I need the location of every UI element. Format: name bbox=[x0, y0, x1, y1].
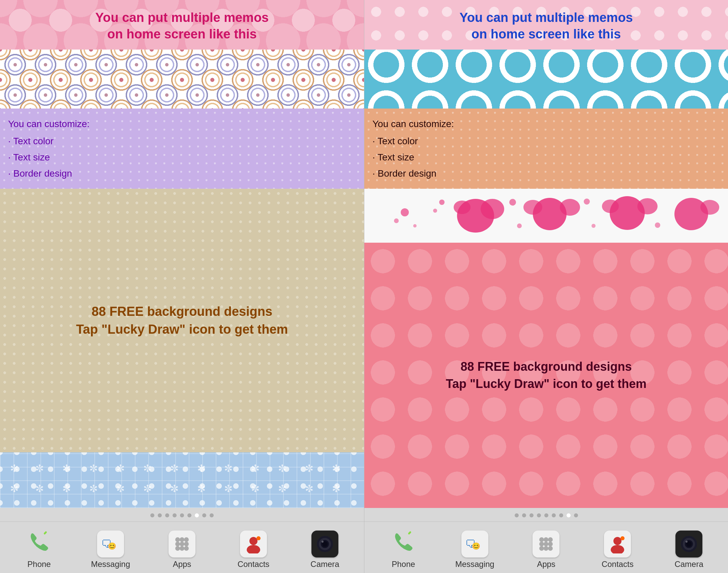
svg-point-25 bbox=[637, 198, 658, 214]
snowflake-icon: ✼ bbox=[62, 483, 71, 494]
left-nav-messaging-label: Messaging bbox=[91, 560, 130, 569]
right-pagination-dot-3[interactable] bbox=[529, 513, 534, 517]
svg-point-56 bbox=[686, 541, 688, 543]
left-phone-screen: You can put multiple memos on home scree… bbox=[0, 0, 364, 573]
pagination-dot-5[interactable] bbox=[180, 513, 184, 517]
left-nav-phone-label: Phone bbox=[27, 560, 51, 569]
right-content-area: You can put multiple memos on home scree… bbox=[364, 0, 728, 508]
right-pagination-dot-1[interactable] bbox=[515, 513, 519, 517]
left-content-area: You can put multiple memos on home scree… bbox=[0, 0, 364, 508]
right-circles-pattern bbox=[364, 50, 728, 109]
svg-point-1 bbox=[175, 537, 180, 542]
svg-point-44 bbox=[544, 542, 548, 546]
right-bottom-nav: Phone 🗨😊 Messaging bbox=[364, 521, 728, 573]
left-free-section: 88 FREE background designs Tap "Lucky Dr… bbox=[0, 189, 364, 452]
left-strip-pattern: ✼ ✼ ✼ ✼ ✼ ✼ ✼ ✼ ✼ ✼ ✼ ✼ ✼ ✼ ✼ ✼ ✼ ✼ ✼ ✼ … bbox=[0, 452, 364, 508]
right-phone-icon bbox=[388, 527, 419, 557]
message-smile: 😊 bbox=[108, 542, 116, 550]
svg-point-47 bbox=[544, 546, 548, 551]
right-pagination-dot-9[interactable] bbox=[574, 513, 578, 517]
snowflake-icon: ✼ bbox=[116, 462, 125, 474]
svg-point-3 bbox=[184, 537, 189, 542]
svg-point-10 bbox=[249, 537, 257, 545]
snowflake-icon: ✼ bbox=[305, 483, 313, 494]
right-title-section: You can put multiple memos on home scree… bbox=[364, 0, 728, 50]
svg-rect-0 bbox=[43, 531, 47, 535]
svg-point-22 bbox=[560, 199, 580, 216]
apps-grid-icon bbox=[174, 536, 190, 552]
right-nav-messaging[interactable]: 🗨😊 Messaging bbox=[448, 531, 502, 569]
right-contacts-person-icon bbox=[608, 535, 627, 553]
left-bottom-nav: Phone 🗨😊 Messaging bbox=[0, 521, 364, 573]
left-customize-section: You can customize: · Text color · Text s… bbox=[0, 109, 364, 189]
pagination-dot-6[interactable] bbox=[187, 513, 191, 517]
right-pagination-dot-6[interactable] bbox=[552, 513, 556, 517]
phone-icon-svg bbox=[27, 531, 51, 554]
right-nav-contacts[interactable]: Contacts bbox=[590, 531, 644, 569]
snowflake-icon: ✼ bbox=[197, 462, 206, 474]
right-pagination-dot-8[interactable] bbox=[567, 513, 571, 517]
svg-point-4 bbox=[175, 542, 180, 546]
snowflake-icon: ✼ bbox=[278, 483, 286, 494]
snowflake-icon: ✼ bbox=[10, 462, 19, 474]
left-customize-item-3: · Border design bbox=[8, 165, 356, 182]
snowflake-icon: ✼ bbox=[35, 483, 44, 494]
right-nav-camera[interactable]: Camera bbox=[662, 531, 716, 569]
right-nav-messaging-label: Messaging bbox=[455, 560, 494, 569]
contacts-icon bbox=[240, 531, 267, 557]
left-nav-camera[interactable]: Camera bbox=[298, 531, 352, 569]
right-pagination-dot-7[interactable] bbox=[559, 513, 563, 517]
svg-point-40 bbox=[539, 537, 544, 542]
right-phone-screen: You can put multiple memos on home scree… bbox=[364, 0, 728, 573]
pagination-dot-1[interactable] bbox=[150, 513, 154, 517]
right-free-section: 88 FREE background designs Tap "Lucky Dr… bbox=[364, 243, 728, 508]
svg-point-34 bbox=[592, 224, 596, 228]
phone-icon bbox=[24, 527, 54, 557]
right-pagination-dot-5[interactable] bbox=[544, 513, 548, 517]
left-nav-contacts[interactable]: Contacts bbox=[226, 531, 280, 569]
right-phone-icon-svg bbox=[392, 531, 415, 554]
snowflake-icon: ✼ bbox=[332, 462, 340, 474]
pagination-dot-4[interactable] bbox=[173, 513, 177, 517]
snowflake-icon: ✼ bbox=[224, 483, 233, 494]
svg-point-28 bbox=[700, 200, 719, 215]
right-splatter-section bbox=[364, 189, 728, 243]
right-pagination-dot-2[interactable] bbox=[522, 513, 526, 517]
snowflake-icon: ✼ bbox=[143, 483, 152, 494]
right-nav-apps[interactable]: Apps bbox=[519, 531, 573, 569]
messaging-icon: 🗨😊 bbox=[97, 531, 124, 557]
right-customize-section: You can customize: · Text color · Text s… bbox=[364, 109, 728, 189]
svg-point-19 bbox=[481, 199, 504, 219]
left-nav-contacts-label: Contacts bbox=[238, 560, 270, 569]
snowflake-icon: ✼ bbox=[170, 483, 179, 494]
snowflake-icon: ✼ bbox=[278, 462, 286, 474]
svg-point-9 bbox=[184, 546, 189, 551]
svg-rect-39 bbox=[408, 531, 412, 535]
pagination-dot-7[interactable] bbox=[195, 513, 199, 517]
pagination-dot-2[interactable] bbox=[158, 513, 162, 517]
right-apps-icon bbox=[533, 531, 559, 557]
left-nav-apps[interactable]: Apps bbox=[155, 531, 209, 569]
camera-lens-icon bbox=[316, 535, 334, 553]
svg-point-45 bbox=[548, 542, 553, 546]
right-nav-phone[interactable]: Phone bbox=[376, 527, 430, 569]
svg-point-23 bbox=[523, 200, 542, 215]
right-nav-phone-label: Phone bbox=[392, 560, 415, 569]
svg-point-32 bbox=[517, 223, 522, 228]
right-pagination-dot-4[interactable] bbox=[537, 513, 541, 517]
snowflake-icon: ✼ bbox=[170, 462, 179, 474]
svg-point-46 bbox=[539, 546, 544, 551]
right-camera-icon bbox=[675, 531, 702, 557]
svg-point-8 bbox=[180, 546, 184, 551]
svg-point-35 bbox=[655, 222, 660, 228]
right-nav-apps-label: Apps bbox=[537, 560, 555, 569]
svg-point-42 bbox=[548, 537, 553, 542]
svg-point-43 bbox=[539, 542, 544, 546]
pagination-dot-3[interactable] bbox=[165, 513, 169, 517]
svg-point-6 bbox=[184, 542, 189, 546]
pagination-dot-8[interactable] bbox=[202, 513, 206, 517]
left-nav-phone[interactable]: Phone bbox=[12, 527, 66, 569]
left-nav-messaging[interactable]: 🗨😊 Messaging bbox=[84, 531, 138, 569]
left-title-text: You can put multiple memos on home scree… bbox=[95, 10, 269, 41]
pagination-dot-9[interactable] bbox=[210, 513, 214, 517]
